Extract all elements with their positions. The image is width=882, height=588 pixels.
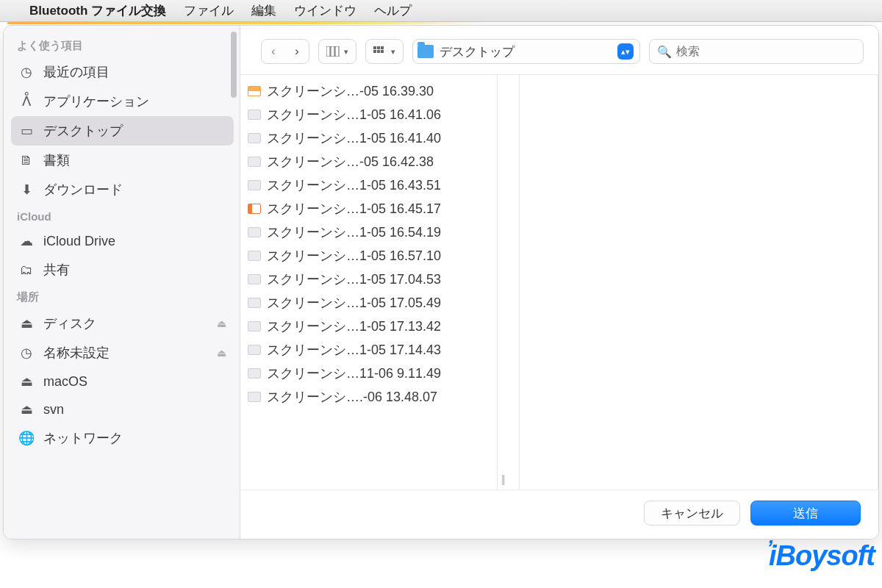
sidebar-item-iCloud-Drive[interactable]: ☁iCloud Drive xyxy=(11,227,234,255)
file-column-1[interactable]: スクリーンシ…-05 16.39.30スクリーンシ…1-05 16.41.06ス… xyxy=(240,75,498,490)
globe-icon: 🌐 xyxy=(18,430,35,446)
view-columns-button[interactable]: ▾ xyxy=(318,39,356,64)
file-name: スクリーンシ…1-05 17.05.49 xyxy=(267,294,441,312)
file-row[interactable]: スクリーンシ…1-05 17.14.43 xyxy=(240,338,497,362)
file-row[interactable]: スクリーンシ…-05 16.42.38 xyxy=(240,150,497,173)
file-name: スクリーンシ…1-05 17.04.53 xyxy=(267,270,441,288)
disk-icon: ⏏ xyxy=(18,373,35,390)
file-columns: スクリーンシ…-05 16.39.30スクリーンシ…1-05 16.41.06ス… xyxy=(240,74,878,490)
forward-button[interactable]: › xyxy=(285,40,309,63)
chevron-down-icon: ▾ xyxy=(391,47,395,57)
sidebar-item-svn[interactable]: ⏏svn xyxy=(11,395,234,423)
location-popup[interactable]: デスクトップ ▴▾ xyxy=(412,39,640,64)
sidebar-item-label: 共有 xyxy=(43,261,70,279)
file-name: スクリーンシ…1-05 16.41.40 xyxy=(267,129,441,147)
sidebar-scrollbar[interactable] xyxy=(231,32,237,98)
sidebar-item-名称未設定[interactable]: ◷名称未設定⏏ xyxy=(11,338,234,368)
search-field[interactable]: 🔍 xyxy=(649,39,864,64)
menu-file[interactable]: ファイル xyxy=(184,2,234,19)
app-name[interactable]: Bluetooth ファイル交換 xyxy=(29,2,166,19)
sidebar-item-デスクトップ[interactable]: ▭デスクトップ xyxy=(11,116,234,146)
menu-edit[interactable]: 編集 xyxy=(251,2,276,19)
svg-rect-6 xyxy=(373,50,376,53)
group-by-button[interactable]: ▾ xyxy=(365,39,404,64)
file-row[interactable]: スクリーンシ…11-06 9.11.49 xyxy=(240,362,497,385)
file-column-2[interactable] xyxy=(498,75,520,490)
sidebar-item-macOS[interactable]: ⏏macOS xyxy=(11,368,234,395)
clock-icon: ◷ xyxy=(18,345,35,361)
shared-icon: 🗂 xyxy=(18,262,35,278)
disk-icon: ⏏ xyxy=(18,401,35,417)
file-thumbnail-icon xyxy=(248,133,261,143)
file-row[interactable]: スクリーンシ…1-05 16.41.40 xyxy=(240,126,497,150)
svg-rect-4 xyxy=(377,46,380,49)
folder-icon xyxy=(417,45,434,58)
desktop-icon: ▭ xyxy=(18,123,35,139)
file-thumbnail-icon xyxy=(248,157,261,167)
file-row[interactable]: スクリーンシ…-05 16.39.30 xyxy=(240,79,497,103)
file-name: スクリーンシ…1-05 16.45.17 xyxy=(267,200,441,218)
file-column-3[interactable] xyxy=(520,75,878,490)
sidebar-item-label: iCloud Drive xyxy=(43,234,115,249)
file-thumbnail-icon xyxy=(248,180,261,190)
file-name: スクリーンシ…1-05 16.41.06 xyxy=(267,106,441,123)
file-row[interactable]: スクリーンシ….-06 13.48.07 xyxy=(240,385,497,409)
eject-icon[interactable]: ⏏ xyxy=(217,347,226,359)
file-row[interactable]: スクリーンシ…1-05 17.04.53 xyxy=(240,268,497,291)
cloud-icon: ☁ xyxy=(18,233,35,249)
doc-icon: 🗎 xyxy=(18,153,35,168)
download-icon: ⬇ xyxy=(18,182,35,198)
file-thumbnail-icon xyxy=(248,110,261,120)
file-thumbnail-icon xyxy=(248,204,261,214)
file-thumbnail-icon xyxy=(248,298,261,308)
eject-icon[interactable]: ⏏ xyxy=(217,318,226,329)
sidebar-item-ダウンロード[interactable]: ⬇ダウンロード xyxy=(11,175,234,204)
sidebar-item-最近の項目[interactable]: ◷最近の項目 xyxy=(11,57,234,87)
back-button[interactable]: ‹ xyxy=(262,40,285,63)
file-name: スクリーンシ…11-06 9.11.49 xyxy=(267,365,441,382)
updown-stepper-icon: ▴▾ xyxy=(617,43,634,60)
chevron-down-icon: ▾ xyxy=(344,47,348,57)
sidebar-item-ディスク[interactable]: ⏏ディスク⏏ xyxy=(11,309,234,338)
file-thumbnail-icon xyxy=(248,345,261,355)
file-row[interactable]: スクリーンシ…1-05 16.57.10 xyxy=(240,244,497,268)
sidebar-item-共有[interactable]: 🗂共有 xyxy=(11,255,234,284)
column-resize-handle[interactable]: || xyxy=(501,473,503,485)
file-row[interactable]: スクリーンシ…1-05 17.13.42 xyxy=(240,315,497,338)
sidebar-item-label: macOS xyxy=(43,374,87,390)
sidebar-section-header: 場所 xyxy=(11,284,234,309)
sidebar-section-header: iCloud xyxy=(11,204,234,227)
svg-rect-8 xyxy=(381,50,384,53)
file-thumbnail-icon xyxy=(248,251,261,261)
file-name: スクリーンシ…1-05 16.54.19 xyxy=(267,223,441,241)
main-panel: ‹ › ▾ ▾ デスクトップ ▴▾ 🔍 スクリーンシ…-05 16.3 xyxy=(240,26,878,539)
toolbar: ‹ › ▾ ▾ デスクトップ ▴▾ 🔍 xyxy=(240,26,878,74)
file-name: スクリーンシ…-05 16.42.38 xyxy=(267,153,434,171)
system-menubar: Bluetooth ファイル交換 ファイル 編集 ウインドウ ヘルプ xyxy=(0,0,882,22)
file-row[interactable]: スクリーンシ…1-05 16.41.06 xyxy=(240,103,497,126)
menu-window[interactable]: ウインドウ xyxy=(294,2,356,19)
file-name: スクリーンシ…1-05 16.57.10 xyxy=(267,247,441,265)
file-row[interactable]: スクリーンシ…1-05 16.45.17 xyxy=(240,197,497,220)
search-input[interactable] xyxy=(676,45,856,58)
file-name: スクリーンシ…1-05 17.14.43 xyxy=(267,341,441,359)
sidebar-item-ネットワーク[interactable]: 🌐ネットワーク xyxy=(11,423,234,453)
file-row[interactable]: スクリーンシ…1-05 16.54.19 xyxy=(240,220,497,244)
sidebar-item-書類[interactable]: 🗎書類 xyxy=(11,146,234,175)
send-button[interactable]: 送信 xyxy=(750,501,861,526)
sidebar-item-アプリケーション[interactable]: ᐰアプリケーション xyxy=(11,87,234,116)
file-row[interactable]: スクリーンシ…1-05 16.43.51 xyxy=(240,173,497,197)
svg-rect-1 xyxy=(331,46,334,57)
sidebar: よく使う項目◷最近の項目ᐰアプリケーション▭デスクトップ🗎書類⬇ダウンロードiC… xyxy=(4,26,240,539)
open-panel: よく使う項目◷最近の項目ᐰアプリケーション▭デスクトップ🗎書類⬇ダウンロードiC… xyxy=(3,25,879,539)
file-name: スクリーンシ…1-05 16.43.51 xyxy=(267,176,441,194)
clock-icon: ◷ xyxy=(18,64,35,80)
menu-help[interactable]: ヘルプ xyxy=(374,2,412,19)
disk-icon: ⏏ xyxy=(18,315,35,331)
file-row[interactable]: スクリーンシ…1-05 17.05.49 xyxy=(240,291,497,315)
app-icon: ᐰ xyxy=(18,93,35,110)
svg-rect-5 xyxy=(381,46,384,49)
cancel-button[interactable]: キャンセル xyxy=(644,501,740,526)
file-thumbnail-icon xyxy=(248,368,261,379)
sidebar-item-label: ダウンロード xyxy=(43,181,123,198)
